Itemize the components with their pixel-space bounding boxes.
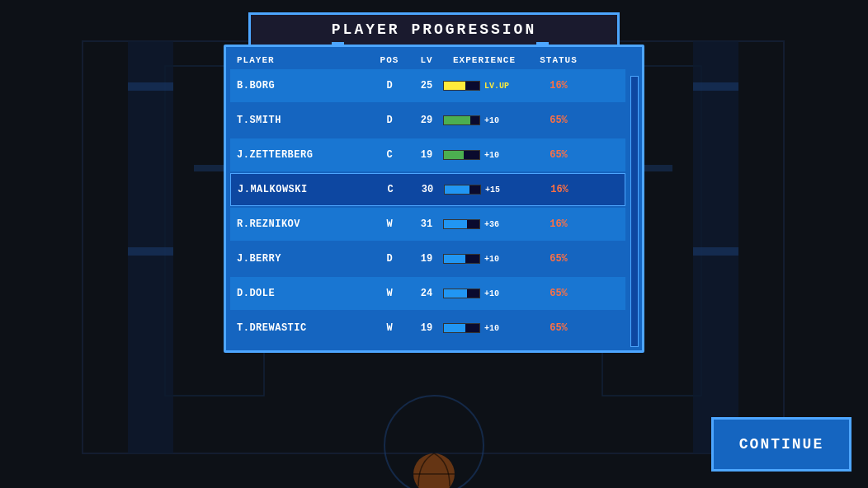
xp-label: +15 — [485, 185, 500, 195]
player-status: 65% — [526, 253, 592, 265]
player-status: 65% — [526, 115, 592, 126]
player-name: J.ZETTERBERG — [237, 149, 369, 161]
player-row[interactable]: J.BERRYD19+1065% — [230, 242, 625, 275]
player-pos: C — [370, 184, 411, 195]
player-row[interactable]: D.DOLEW24+1065% — [230, 277, 625, 310]
player-status: 16% — [526, 184, 592, 195]
xp-label: +36 — [484, 220, 499, 229]
player-xp: +10 — [443, 289, 526, 298]
player-row[interactable]: J.ZETTERBERGC19+1065% — [230, 138, 625, 171]
title-box: PLAYER PROGRESSION — [248, 12, 620, 45]
player-pos: D — [369, 115, 410, 126]
player-lv: 19 — [410, 322, 443, 334]
player-lv: 30 — [411, 184, 444, 195]
xp-label: +10 — [484, 116, 499, 125]
player-lv: 31 — [410, 218, 443, 230]
player-xp: +10 — [443, 150, 526, 160]
xp-bar-fill — [444, 82, 465, 90]
xp-bar-outer — [444, 185, 481, 195]
xp-bar-outer — [443, 323, 480, 333]
player-lv: 24 — [410, 288, 443, 299]
player-status: 65% — [526, 322, 592, 334]
player-name: T.DREWASTIC — [237, 322, 369, 334]
svg-rect-10 — [128, 247, 173, 256]
player-lv: 19 — [410, 253, 443, 265]
player-xp: +36 — [443, 219, 526, 229]
player-name: J.BERRY — [237, 253, 369, 265]
player-xp: +10 — [443, 323, 526, 333]
header-experience: EXPERIENCE — [443, 55, 526, 65]
player-rows-container: B.BORGD25LV.UP16%T.SMITHD29+1065%J.ZETTE… — [230, 69, 638, 345]
player-row[interactable]: T.SMITHD29+1065% — [230, 104, 625, 137]
player-status: 16% — [526, 80, 592, 92]
header-status: STATUS — [526, 55, 592, 65]
player-lv: 19 — [410, 149, 443, 161]
xp-bar-fill — [445, 185, 469, 194]
player-pos: D — [369, 80, 410, 92]
xp-label: +10 — [484, 151, 499, 160]
xp-bar-fill — [444, 255, 465, 263]
player-name: R.REZNIKOV — [237, 218, 369, 230]
header-player: PLAYER — [237, 55, 369, 65]
player-pos: W — [369, 322, 410, 334]
player-status: 65% — [526, 288, 592, 299]
player-name: T.SMITH — [237, 115, 369, 126]
xp-bar-outer — [443, 289, 480, 298]
player-pos: W — [369, 218, 410, 230]
player-row[interactable]: T.DREWASTICW19+1065% — [230, 312, 625, 345]
svg-rect-9 — [128, 82, 173, 91]
xp-bar-fill — [444, 289, 467, 298]
xp-bar-outer — [443, 219, 480, 229]
xp-bar-outer — [443, 254, 480, 264]
player-row[interactable]: R.REZNIKOVW31+3616% — [230, 208, 625, 241]
header-pos: POS — [369, 55, 410, 65]
main-panel: PLAYER PROGRESSION PLAYER POS LV EXPERIE… — [224, 12, 644, 353]
xp-label: +10 — [484, 255, 499, 264]
player-lv: 29 — [410, 115, 443, 126]
player-row[interactable]: J.MALKOWSKIC30+1516% — [230, 173, 625, 206]
player-pos: D — [369, 253, 410, 265]
player-status: 16% — [526, 218, 592, 230]
xp-bar-fill — [444, 116, 470, 124]
xp-label: +10 — [484, 324, 499, 333]
xp-bar-fill — [444, 220, 467, 228]
xp-label: +10 — [484, 289, 499, 298]
player-name: J.MALKOWSKI — [238, 184, 370, 195]
player-name: D.DOLE — [237, 288, 369, 299]
xp-label: LV.UP — [484, 82, 509, 91]
player-pos: C — [369, 149, 410, 161]
player-name: B.BORG — [237, 80, 369, 92]
player-row[interactable]: B.BORGD25LV.UP16% — [230, 69, 625, 102]
player-lv: 25 — [410, 80, 443, 92]
player-xp: +15 — [444, 185, 526, 195]
player-xp: +10 — [443, 254, 526, 264]
player-xp: LV.UP — [443, 81, 526, 91]
xp-bar-fill — [444, 324, 465, 332]
continue-button[interactable]: CONTINUE — [711, 417, 851, 472]
xp-bar-fill — [444, 151, 464, 159]
panel-title: PLAYER PROGRESSION — [332, 21, 536, 38]
player-xp: +10 — [443, 115, 526, 125]
table-header: PLAYER POS LV EXPERIENCE STATUS — [230, 51, 625, 69]
xp-bar-outer — [443, 150, 480, 160]
player-status: 65% — [526, 149, 592, 161]
player-pos: W — [369, 288, 410, 299]
svg-rect-12 — [693, 247, 738, 256]
svg-rect-11 — [693, 82, 738, 91]
xp-bar-outer — [443, 81, 480, 91]
header-lv: LV — [410, 55, 443, 65]
table-panel: PLAYER POS LV EXPERIENCE STATUS B.BORGD2… — [224, 45, 644, 353]
xp-bar-outer — [443, 115, 480, 125]
